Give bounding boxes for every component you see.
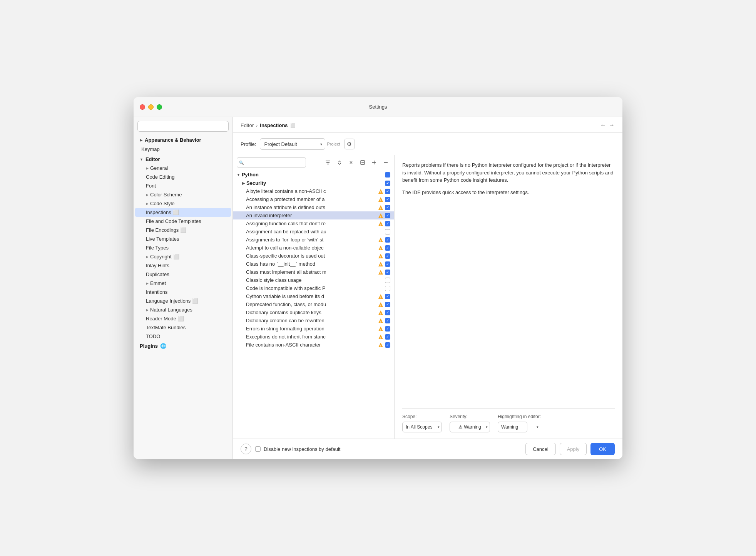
row-checkbox[interactable]	[385, 342, 390, 348]
minimize-button[interactable]	[148, 104, 154, 110]
subcategory-security[interactable]: ▶ Security	[233, 179, 394, 187]
sidebar-item-duplicates[interactable]: Duplicates	[135, 270, 231, 279]
row-checkbox[interactable]	[385, 334, 390, 340]
python-checkbox[interactable]	[385, 172, 390, 178]
gear-button[interactable]: ⚙	[344, 139, 355, 149]
row-checkbox[interactable]	[385, 318, 390, 323]
inspection-row[interactable]: Dictionary creation can be rewritten !	[233, 317, 394, 325]
row-checkbox[interactable]	[385, 245, 390, 251]
row-checkbox[interactable]	[385, 229, 390, 234]
sidebar-item-textmate-bundles[interactable]: TextMate Bundles	[135, 323, 231, 332]
collapse-button[interactable]	[358, 158, 367, 167]
sidebar-item-label: TextMate Bundles	[146, 325, 186, 330]
warning-icon: !	[378, 197, 383, 202]
sidebar-item-copyright[interactable]: ▶ Copyright ⬜	[135, 252, 231, 261]
breadcrumb-pin-icon[interactable]: ⬜	[290, 123, 296, 128]
sidebar-item-color-scheme[interactable]: ▶ Color Scheme	[135, 190, 231, 199]
inspection-row[interactable]: Errors in string formatting operation !	[233, 325, 394, 333]
sidebar-item-reader-mode[interactable]: Reader Mode ⬜	[135, 314, 231, 323]
apply-button[interactable]: Apply	[560, 443, 587, 455]
forward-arrow[interactable]: →	[609, 122, 615, 129]
sidebar-item-label: Plugins	[140, 343, 158, 349]
sidebar-item-file-code-templates[interactable]: File and Code Templates	[135, 217, 231, 226]
warning-icon: !	[378, 294, 383, 299]
severity-select[interactable]: ⚠ Warning	[450, 422, 490, 432]
sidebar-item-natural-languages[interactable]: ▶ Natural Languages	[135, 305, 231, 314]
inspection-row[interactable]: Assignments to 'for' loop or 'with' st !	[233, 236, 394, 244]
inspection-row[interactable]: Exceptions do not inherit from stanc !	[233, 333, 394, 341]
inspection-text: Dictionary contains duplicate keys	[246, 310, 376, 315]
inspection-row[interactable]: Accessing a protected member of a !	[233, 195, 394, 203]
sidebar-item-plugins[interactable]: Plugins 🌐	[134, 341, 232, 350]
inspection-row[interactable]: Assigning function calls that don't re !	[233, 219, 394, 228]
sidebar-item-appearance-behavior[interactable]: ▶ Appearance & Behavior	[134, 135, 232, 144]
ok-button[interactable]: OK	[590, 443, 615, 455]
security-checkbox[interactable]	[385, 181, 390, 186]
inspection-row[interactable]: Cython variable is used before its d !	[233, 292, 394, 300]
close-button[interactable]	[140, 104, 145, 110]
sidebar-item-code-style[interactable]: ▶ Code Style	[135, 199, 231, 208]
row-checkbox[interactable]	[385, 253, 390, 259]
scope-select[interactable]: In All Scopes	[402, 422, 442, 432]
row-checkbox[interactable]	[385, 294, 390, 299]
sidebar-item-editor[interactable]: ▼ Editor	[134, 154, 232, 164]
sidebar-item-label: Emmet	[150, 280, 166, 286]
sidebar-item-keymap[interactable]: Keymap	[135, 144, 231, 154]
row-checkbox[interactable]	[385, 197, 390, 202]
inspection-row[interactable]: Class must implement all abstract m !	[233, 268, 394, 276]
help-button[interactable]: ?	[241, 444, 251, 454]
inspection-row[interactable]: Dictionary contains duplicate keys !	[233, 308, 394, 317]
inspection-row[interactable]: Deprecated function, class, or modu !	[233, 300, 394, 308]
sidebar-item-general[interactable]: ▶ General	[135, 164, 231, 172]
sidebar-item-intentions[interactable]: Intentions	[135, 288, 231, 296]
inspection-row[interactable]: Classic style class usage	[233, 276, 394, 284]
sidebar-item-code-editing[interactable]: Code Editing	[135, 172, 231, 181]
inspection-row[interactable]: An invalid interpreter !	[233, 211, 394, 219]
back-arrow[interactable]: ←	[600, 122, 606, 129]
sidebar-item-font[interactable]: Font	[135, 181, 231, 190]
inspection-row[interactable]: Assignment can be replaced with au	[233, 228, 394, 236]
row-checkbox[interactable]	[385, 189, 390, 194]
disable-new-checkbox[interactable]	[255, 446, 261, 452]
sidebar-item-file-types[interactable]: File Types	[135, 243, 231, 252]
row-checkbox[interactable]	[385, 326, 390, 332]
row-checkbox[interactable]	[385, 302, 390, 307]
cancel-button[interactable]: Cancel	[525, 443, 555, 455]
highlight-select[interactable]: Warning	[498, 422, 527, 432]
row-checkbox[interactable]	[385, 221, 390, 226]
inspection-row[interactable]: A byte literal contains a non-ASCII c !	[233, 187, 394, 195]
expand-all-button[interactable]	[335, 158, 344, 167]
row-checkbox[interactable]	[385, 205, 390, 210]
inspection-row[interactable]: An instance attribute is defined outs !	[233, 203, 394, 211]
collapse-all-button[interactable]	[346, 158, 356, 167]
inspection-row[interactable]: Class-specific decorator is used out !	[233, 252, 394, 260]
inspection-row[interactable]: Code is incompatible with specific P	[233, 284, 394, 292]
sidebar-item-emmet[interactable]: ▶ Emmet	[135, 279, 231, 288]
row-checkbox[interactable]	[385, 278, 390, 283]
row-checkbox[interactable]	[385, 237, 390, 243]
row-checkbox[interactable]	[385, 261, 390, 267]
profile-select[interactable]: Project Default	[260, 138, 325, 150]
filter-button[interactable]	[323, 158, 333, 167]
inspection-row[interactable]: Class has no `__init__` method !	[233, 260, 394, 268]
maximize-button[interactable]	[157, 104, 162, 110]
scope-row: Scope: In All Scopes ▾ Severity:	[402, 408, 615, 432]
row-checkbox[interactable]	[385, 270, 390, 275]
add-button[interactable]	[370, 158, 379, 167]
sidebar-item-live-templates[interactable]: Live Templates	[135, 234, 231, 243]
inspection-row[interactable]: Attempt to call a non-callable objec !	[233, 244, 394, 252]
sidebar-item-todo[interactable]: TODO	[135, 332, 231, 341]
sidebar-item-language-injections[interactable]: Language Injections ⬜	[135, 296, 231, 305]
remove-button[interactable]	[381, 158, 390, 167]
sidebar-search-input[interactable]	[137, 121, 229, 132]
row-checkbox[interactable]	[385, 310, 390, 315]
row-checkbox[interactable]	[385, 213, 390, 218]
category-python[interactable]: ▼ Python	[233, 170, 394, 179]
sidebar-item-inspections[interactable]: Inspections ⬜	[135, 208, 231, 217]
inspections-search-wrap: 🔍	[237, 157, 321, 167]
row-checkbox[interactable]	[385, 286, 390, 291]
inspection-row[interactable]: File contains non-ASCII character !	[233, 341, 394, 349]
inspections-search-input[interactable]	[237, 157, 306, 167]
sidebar-item-inlay-hints[interactable]: Inlay Hints	[135, 261, 231, 270]
sidebar-item-file-encodings[interactable]: File Encodings ⬜	[135, 226, 231, 234]
